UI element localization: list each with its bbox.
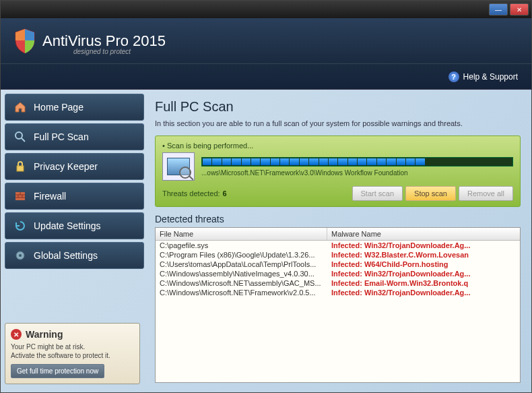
nav-label: Global Settings	[34, 250, 98, 261]
cell-malware-name: Infected: Email-Worm.Win32.Brontok.q	[327, 278, 520, 288]
nav-label: Firewall	[34, 191, 66, 202]
table-row[interactable]: C:\Program Files (x86)\Google\Update\1.3…	[156, 250, 520, 260]
nav-global-settings[interactable]: Global Settings	[5, 242, 144, 269]
warning-line1: Your PC might be at risk.	[11, 342, 134, 351]
svg-point-10	[19, 254, 22, 257]
cell-file-name: C:\pagefile.sys	[156, 241, 327, 250]
progress-segment	[435, 158, 444, 165]
progress-bar	[201, 157, 513, 167]
col-file-name[interactable]: File Name	[156, 228, 327, 240]
progress-segment	[503, 158, 512, 165]
table-row[interactable]: C:\Windows\assembly\NativeImages_v4.0.30…	[156, 269, 520, 278]
progress-segment	[397, 158, 405, 165]
progress-segment	[261, 158, 269, 165]
threats-table: File Name Malware Name C:\pagefile.sysIn…	[155, 227, 521, 383]
home-icon	[13, 100, 27, 114]
refresh-icon	[13, 219, 27, 233]
threats-count: 6	[223, 189, 227, 198]
remove-all-button[interactable]: Remove all	[459, 186, 513, 201]
cell-malware-name: Infected: Win32/TrojanDownloader.Ag...	[327, 288, 520, 297]
page-title: Full PC Scan	[155, 99, 521, 115]
nav-full-pc-scan[interactable]: Full PC Scan	[5, 123, 144, 150]
progress-segment	[271, 158, 279, 165]
page-description: In this section you are able to run a fu…	[155, 119, 521, 129]
start-scan-button[interactable]: Start scan	[352, 186, 403, 201]
progress-segment	[242, 158, 251, 165]
col-malware-name[interactable]: Malware Name	[327, 228, 520, 240]
svg-point-0	[15, 132, 22, 139]
progress-segment	[387, 158, 395, 165]
cell-malware-name: Infected: Win32/TrojanDownloader.Ag...	[327, 241, 520, 250]
nav-firewall[interactable]: Firewall	[5, 183, 144, 210]
progress-segment	[329, 158, 337, 165]
search-icon	[13, 130, 27, 144]
app-subtitle: designed to protect	[73, 48, 131, 55]
nav-label: Full PC Scan	[34, 131, 89, 142]
app-window: — ✕ AntiVirus Pro 2015 designed to prote…	[0, 0, 532, 393]
nav-update-settings[interactable]: Update Settings	[5, 212, 144, 239]
warning-text: Your PC might be at risk. Activate the s…	[11, 342, 134, 360]
gear-icon	[13, 249, 27, 262]
progress-segment	[203, 158, 211, 165]
get-protection-button[interactable]: Get full time protection now	[11, 364, 104, 378]
progress-segment	[426, 158, 434, 165]
firewall-icon	[13, 189, 27, 203]
nav-label: Privacy Keeper	[34, 161, 98, 172]
scan-panel: • Scan is being performed... ...ows\Micr…	[155, 135, 521, 207]
nav-label: Home Page	[34, 102, 84, 113]
warning-x-icon: ✕	[11, 329, 22, 340]
app-header: AntiVirus Pro 2015 designed to protect	[1, 18, 531, 64]
help-support-link[interactable]: ? Help & Support	[448, 71, 518, 82]
progress-segment	[358, 158, 366, 165]
table-body: C:\pagefile.sysInfected: Win32/TrojanDow…	[156, 241, 520, 297]
progress-segment	[484, 158, 492, 165]
scan-row: ...ows\Microsoft.NET\Framework\v3.0\Wind…	[162, 152, 513, 181]
minimize-button[interactable]: —	[489, 3, 508, 16]
scan-actions-row: Threats detected: 6 Start scan Stop scan…	[162, 186, 513, 201]
scan-status: • Scan is being performed...	[162, 142, 513, 150]
table-row[interactable]: C:\Users\tomas\AppData\Local\Temp\PrlToo…	[156, 260, 520, 269]
cell-file-name: C:\Windows\assembly\NativeImages_v4.0.30…	[156, 269, 327, 278]
warning-title-row: ✕ Warning	[11, 329, 134, 340]
warning-panel: ✕ Warning Your PC might be at risk. Acti…	[5, 323, 140, 384]
progress-segment	[290, 158, 298, 165]
nav-label: Update Settings	[34, 220, 101, 231]
cell-file-name: C:\Windows\Microsoft.NET\assembly\GAC_MS…	[156, 278, 327, 288]
cell-file-name: C:\Program Files (x86)\Google\Update\1.3…	[156, 250, 327, 260]
progress-segment	[222, 158, 231, 165]
titlebar: — ✕	[1, 1, 531, 18]
shield-icon	[14, 28, 36, 54]
table-row[interactable]: C:\Windows\Microsoft.NET\assembly\GAC_MS…	[156, 278, 520, 288]
close-button[interactable]: ✕	[510, 3, 529, 16]
table-row[interactable]: C:\pagefile.sysInfected: Win32/TrojanDow…	[156, 241, 520, 250]
table-row[interactable]: C:\Windows\Microsoft.NET\Framework\v2.0.…	[156, 288, 520, 297]
table-header: File Name Malware Name	[156, 228, 520, 241]
warning-line2: Activate the software to protect it.	[11, 351, 134, 360]
body-area: Home Page Full PC Scan Privacy Keeper Fi…	[1, 90, 531, 392]
progress-segment	[309, 158, 318, 165]
progress-segment	[300, 158, 308, 165]
scan-monitor-icon	[162, 152, 195, 181]
scan-current-path: ...ows\Microsoft.NET\Framework\v3.0\Wind…	[201, 169, 513, 177]
stop-scan-button[interactable]: Stop scan	[405, 186, 456, 201]
nav-home-page[interactable]: Home Page	[5, 94, 144, 121]
progress-segment	[232, 158, 240, 165]
nav-privacy-keeper[interactable]: Privacy Keeper	[5, 153, 144, 180]
progress-segment	[455, 158, 463, 165]
detected-threats-title: Detected threats	[155, 214, 521, 224]
progress-segment	[280, 158, 289, 165]
help-bar: ? Help & Support	[1, 64, 531, 90]
progress-segment	[493, 158, 502, 165]
sidebar: Home Page Full PC Scan Privacy Keeper Fi…	[1, 90, 144, 392]
lock-icon	[13, 160, 27, 173]
progress-segment	[415, 158, 424, 165]
app-title: AntiVirus Pro 2015	[42, 32, 166, 50]
progress-segment	[338, 158, 347, 165]
progress-segment	[319, 158, 328, 165]
progress-segment	[474, 158, 483, 165]
cell-malware-name: Infected: W64/Child-Porn.hosting	[327, 260, 520, 269]
help-label: Help & Support	[463, 72, 518, 82]
svg-line-1	[22, 138, 25, 142]
progress-segment	[212, 158, 221, 165]
progress-segment	[367, 158, 376, 165]
